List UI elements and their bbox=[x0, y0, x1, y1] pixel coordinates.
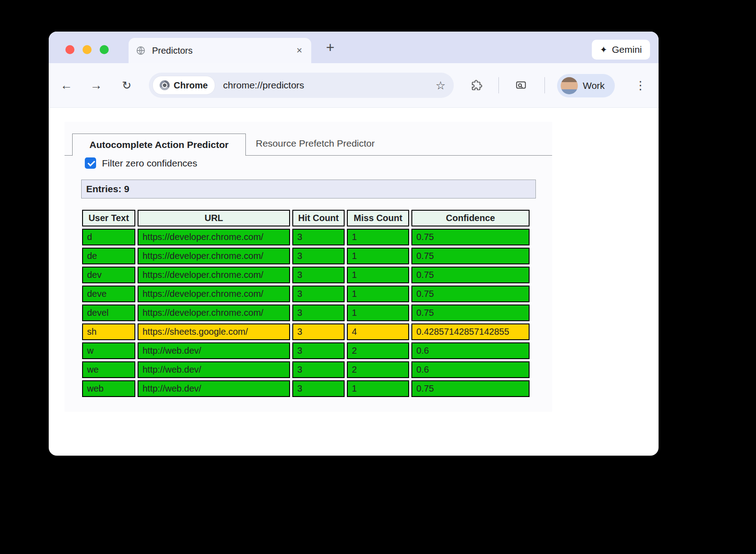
forward-icon: → bbox=[90, 78, 102, 92]
table-row: whttp://web.dev/320.6 bbox=[82, 342, 530, 359]
cell-url: https://developer.chrome.com/ bbox=[138, 248, 290, 264]
cell-miss: 1 bbox=[347, 267, 409, 283]
url-text[interactable]: chrome://predictors bbox=[223, 80, 304, 91]
column-header: Confidence bbox=[411, 210, 530, 226]
extensions-button[interactable] bbox=[467, 75, 487, 95]
page-content: Autocomplete Action Predictor Resource P… bbox=[65, 122, 552, 412]
gemini-label: Gemini bbox=[612, 44, 642, 55]
cell-url: https://developer.chrome.com/ bbox=[138, 267, 290, 283]
browser-toolbar: ← → ↻ Chrome chrome://predictors ☆ bbox=[49, 63, 659, 108]
filter-row: Filter zero confidences bbox=[85, 157, 197, 169]
toolbar-divider bbox=[544, 77, 545, 93]
gemini-sparkle-icon: ✦ bbox=[600, 44, 608, 55]
cell-miss: 1 bbox=[347, 248, 409, 264]
browser-menu-button[interactable]: ⋮ bbox=[631, 75, 650, 95]
cell-url: https://developer.chrome.com/ bbox=[138, 286, 290, 302]
cell-confidence: 0.75 bbox=[411, 267, 530, 283]
table-row: shhttps://sheets.google.com/340.42857142… bbox=[82, 323, 530, 340]
cell-miss: 1 bbox=[347, 305, 409, 321]
predictors-table: User TextURLHit CountMiss CountConfidenc… bbox=[80, 208, 532, 399]
globe-favicon-icon bbox=[136, 46, 146, 55]
profile-name: Work bbox=[583, 80, 605, 91]
bookmark-star-icon[interactable]: ☆ bbox=[436, 79, 446, 92]
cell-url: https://developer.chrome.com/ bbox=[138, 229, 290, 245]
reload-icon: ↻ bbox=[122, 79, 132, 92]
cell-confidence: 0.75 bbox=[411, 286, 530, 302]
reload-button[interactable]: ↻ bbox=[117, 75, 137, 95]
cell-user_text: we bbox=[82, 361, 135, 378]
zoom-window-button[interactable] bbox=[100, 45, 109, 54]
cell-url: http://web.dev/ bbox=[138, 342, 290, 359]
filter-zero-confidences-checkbox[interactable] bbox=[85, 157, 96, 169]
cell-hit: 3 bbox=[292, 248, 345, 264]
chrome-badge-label: Chrome bbox=[174, 80, 208, 91]
cell-miss: 2 bbox=[347, 342, 409, 359]
table-row: webhttp://web.dev/310.75 bbox=[82, 380, 530, 397]
cell-url: http://web.dev/ bbox=[138, 361, 290, 378]
filter-checkbox-label[interactable]: Filter zero confidences bbox=[102, 158, 197, 169]
cell-url: https://developer.chrome.com/ bbox=[138, 305, 290, 321]
cell-confidence: 0.6 bbox=[411, 361, 530, 378]
cell-confidence: 0.42857142857142855 bbox=[411, 323, 530, 340]
cell-confidence: 0.75 bbox=[411, 248, 530, 264]
cell-user_text: w bbox=[82, 342, 135, 359]
forward-button[interactable]: → bbox=[86, 75, 106, 95]
table-row: dehttps://developer.chrome.com/310.75 bbox=[82, 248, 530, 264]
entries-count-box: Entries: 9 bbox=[81, 180, 536, 199]
table-row: wehttp://web.dev/320.6 bbox=[82, 361, 530, 378]
cell-hit: 3 bbox=[292, 342, 345, 359]
cell-miss: 2 bbox=[347, 361, 409, 378]
chrome-badge: Chrome bbox=[152, 76, 215, 95]
three-dot-menu-icon: ⋮ bbox=[635, 78, 646, 92]
cell-confidence: 0.75 bbox=[411, 229, 530, 245]
column-header: User Text bbox=[82, 210, 135, 226]
tab-resource-prefetch-predictor[interactable]: Resource Prefetch Predictor bbox=[256, 138, 375, 149]
cell-hit: 3 bbox=[292, 267, 345, 283]
column-header: Miss Count bbox=[347, 210, 409, 226]
cell-confidence: 0.75 bbox=[411, 380, 530, 397]
cell-miss: 1 bbox=[347, 286, 409, 302]
column-header: URL bbox=[138, 210, 290, 226]
cell-hit: 3 bbox=[292, 229, 345, 245]
gemini-button[interactable]: ✦ Gemini bbox=[592, 40, 650, 60]
cell-miss: 4 bbox=[347, 323, 409, 340]
table-row: dhttps://developer.chrome.com/310.75 bbox=[82, 229, 530, 245]
tab-autocomplete-action-predictor[interactable]: Autocomplete Action Predictor bbox=[72, 134, 246, 156]
chrome-logo-icon bbox=[160, 80, 170, 90]
address-bar[interactable]: Chrome chrome://predictors ☆ bbox=[149, 73, 454, 98]
table-body: dhttps://developer.chrome.com/310.75deht… bbox=[82, 229, 530, 397]
browser-tab-predictors[interactable]: Predictors × bbox=[129, 38, 311, 63]
cell-hit: 3 bbox=[292, 361, 345, 378]
profile-avatar bbox=[561, 77, 578, 94]
cell-user_text: dev bbox=[82, 267, 135, 283]
puzzle-icon bbox=[471, 80, 482, 91]
cell-user_text: devel bbox=[82, 305, 135, 321]
profile-chip[interactable]: Work bbox=[557, 74, 615, 97]
cell-url: http://web.dev/ bbox=[138, 380, 290, 397]
tab-strip: Predictors × + ✦ Gemini bbox=[49, 32, 659, 63]
cell-user_text: web bbox=[82, 380, 135, 397]
cell-hit: 3 bbox=[292, 323, 345, 340]
screen-search-button[interactable] bbox=[511, 75, 531, 95]
cell-user_text: sh bbox=[82, 323, 135, 340]
cell-confidence: 0.6 bbox=[411, 342, 530, 359]
browser-window: Predictors × + ✦ Gemini ← → ↻ Chrome chr… bbox=[49, 32, 659, 456]
cell-user_text: de bbox=[82, 248, 135, 264]
back-button[interactable]: ← bbox=[56, 75, 76, 95]
minimize-window-button[interactable] bbox=[83, 45, 92, 54]
window-controls bbox=[65, 45, 109, 54]
cell-user_text: d bbox=[82, 229, 135, 245]
tab-title: Predictors bbox=[152, 46, 295, 56]
toolbar-divider bbox=[498, 77, 499, 93]
table-row: develhttps://developer.chrome.com/310.75 bbox=[82, 305, 530, 321]
column-header: Hit Count bbox=[292, 210, 345, 226]
table-row: devhttps://developer.chrome.com/310.75 bbox=[82, 267, 530, 283]
cell-user_text: deve bbox=[82, 286, 135, 302]
cell-miss: 1 bbox=[347, 380, 409, 397]
new-tab-button[interactable]: + bbox=[320, 32, 340, 63]
table-row: devehttps://developer.chrome.com/310.75 bbox=[82, 286, 530, 302]
cell-miss: 1 bbox=[347, 229, 409, 245]
tab-close-icon[interactable]: × bbox=[295, 45, 304, 56]
screen-search-icon bbox=[515, 79, 527, 91]
close-window-button[interactable] bbox=[65, 45, 74, 54]
